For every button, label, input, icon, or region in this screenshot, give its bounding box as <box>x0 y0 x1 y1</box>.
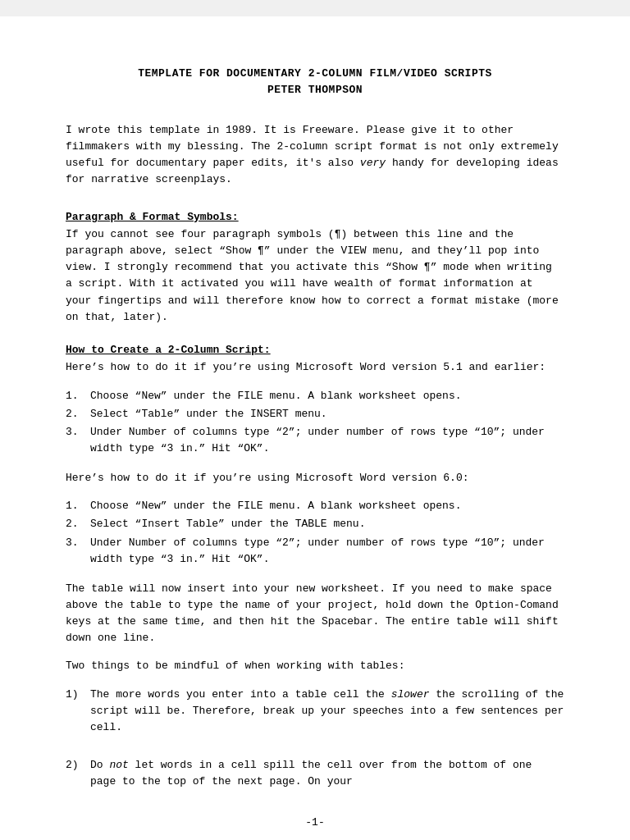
document-title: TEMPLATE FOR DOCUMENTARY 2-COLUMN FILM/V… <box>66 66 564 82</box>
table-insert-paragraph: The table will now insert into your new … <box>66 581 564 647</box>
keyword-information: information <box>443 277 514 290</box>
keyword-choose: Choose <box>90 390 129 402</box>
list-content: Select “Table” under the INSERT menu. <box>90 406 564 422</box>
list-content: Do not let words in a cell spill the cel… <box>90 757 564 790</box>
list-number: 3. <box>66 535 90 568</box>
list-item: 2) Do not let words in a cell spill the … <box>66 757 564 790</box>
list-item: 1. Choose “New” under the FILE menu. A b… <box>66 388 564 404</box>
word-60-intro: Here’s how to do it if you’re using Micr… <box>66 470 564 486</box>
list-number: 2. <box>66 406 90 422</box>
list-number: 1. <box>66 498 90 514</box>
section-heading-paragraph-format: Paragraph & Format Symbols: <box>66 209 564 226</box>
list-item: 1. Choose “New” under the FILE menu. A b… <box>66 498 564 514</box>
section-how-to-create: How to Create a 2-Column Script: Here’s … <box>66 342 564 790</box>
section-paragraph-format: Paragraph & Format Symbols: If you canno… <box>66 209 564 326</box>
two-things-intro: Two things to be mindful of when working… <box>66 658 564 674</box>
list-number: 3. <box>66 424 90 457</box>
section-body-paragraph-format: If you cannot see four paragraph symbols… <box>66 226 564 326</box>
intro-paragraph: I wrote this template in 1989. It is Fre… <box>66 122 564 189</box>
section-heading-how-to-create: How to Create a 2-Column Script: <box>66 342 564 358</box>
list-item: 3. Under Number of columns type “2”; und… <box>66 424 564 457</box>
mindful-list-2: 2) Do not let words in a cell spill the … <box>66 757 564 790</box>
keyword-and: and <box>212 615 231 628</box>
list-number: 1. <box>66 388 90 404</box>
word-60-list: 1. Choose “New” under the FILE menu. A b… <box>66 498 564 568</box>
list-item: 1) The more words you enter into a table… <box>66 687 564 736</box>
list-number: 2) <box>66 757 90 790</box>
mindful-list: 1) The more words you enter into a table… <box>66 687 564 736</box>
section-body-how-to-create: Here’s how to do it if you’re using Micr… <box>66 359 564 790</box>
list-content: Choose “New” under the FILE menu. A blan… <box>90 388 564 404</box>
word-51-subsection: Here’s how to do it if you’re using Micr… <box>66 359 564 457</box>
word-60-subsection: Here’s how to do it if you’re using Micr… <box>66 470 564 568</box>
list-number: 1) <box>66 687 90 736</box>
word-51-intro: Here’s how to do it if you’re using Micr… <box>66 359 564 376</box>
page-number: -1- <box>66 815 564 831</box>
list-content: Under Number of columns type “2”; under … <box>90 424 564 457</box>
list-item: 2. Select “Table” under the INSERT menu. <box>66 406 564 422</box>
title-block: TEMPLATE FOR DOCUMENTARY 2-COLUMN FILM/V… <box>66 66 564 98</box>
list-content: Select “Insert Table” under the TABLE me… <box>90 516 564 532</box>
list-number: 2. <box>66 516 90 532</box>
document-author: PETER THOMPSON <box>66 82 564 98</box>
list-content: Choose “New” under the FILE menu. A blan… <box>90 498 564 514</box>
list-content: Under Number of columns type “2”; under … <box>90 535 564 568</box>
word-51-list: 1. Choose “New” under the FILE menu. A b… <box>66 388 564 458</box>
list-item: 2. Select “Insert Table” under the TABLE… <box>66 516 564 532</box>
page: TEMPLATE FOR DOCUMENTARY 2-COLUMN FILM/V… <box>0 16 630 840</box>
list-item: 3. Under Number of columns type “2”; und… <box>66 535 564 568</box>
list-content: The more words you enter into a table ce… <box>90 687 564 736</box>
